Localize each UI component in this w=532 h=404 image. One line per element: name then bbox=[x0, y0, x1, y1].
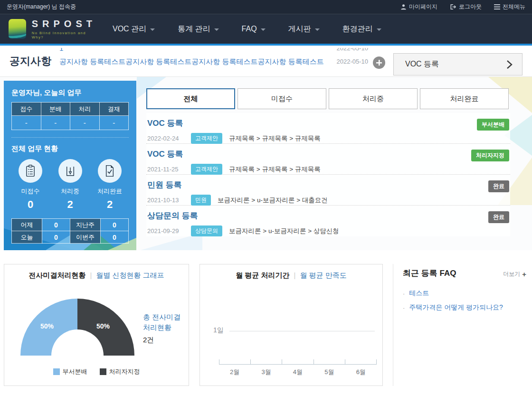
stat-unreceived[interactable]: 미접수 0 bbox=[13, 159, 48, 211]
label-lastweek: 지난주 bbox=[70, 219, 100, 231]
menu-environment[interactable]: 환경관리 bbox=[331, 14, 393, 44]
faq-more-button[interactable]: 더보기+ bbox=[503, 270, 526, 278]
label-yesterday: 어제 bbox=[12, 219, 42, 231]
tab-completed[interactable]: 처리완료 bbox=[420, 88, 509, 109]
voc-item-path: 보금자리론 > u-보금자리론 > 상담신청 bbox=[229, 227, 339, 235]
today-task-table: 접수 분배 처리 결재 - - - - bbox=[11, 102, 129, 130]
x-axis-tick bbox=[314, 359, 314, 364]
category-badge: 상담문의 bbox=[191, 225, 222, 236]
notice-marquee: 1 2022-05-10 공지사항 등록테스트공지사항 등록테스트공지사항 등록… bbox=[59, 48, 368, 76]
chevron-down-icon bbox=[214, 28, 219, 31]
logo[interactable]: SRPOST No Blind Innovation and Why? bbox=[9, 19, 96, 39]
clipboard-icon bbox=[24, 164, 37, 178]
voc-list-item[interactable]: 민원 등록 2021-10-13 민원 보금자리론 > u-보금자리론 > 대출… bbox=[146, 175, 510, 206]
logo-name: SRPOST bbox=[32, 19, 96, 29]
divider bbox=[11, 137, 129, 138]
chevron-right-icon bbox=[506, 60, 513, 69]
status-badge: 부서분배 bbox=[477, 119, 509, 131]
chevron-down-icon bbox=[150, 28, 155, 31]
bullet-icon: · bbox=[403, 304, 405, 311]
stat-completed[interactable]: 처리완료 2 bbox=[93, 159, 127, 211]
tab-all[interactable]: 전체 bbox=[146, 88, 235, 109]
satisfaction-link[interactable]: 월 평균 만족도 bbox=[300, 271, 346, 279]
tab-processing[interactable]: 처리중 bbox=[329, 88, 418, 109]
menu-board[interactable]: 게시판 bbox=[277, 14, 331, 44]
category-badge: 고객제안 bbox=[191, 164, 222, 175]
menu-statistics[interactable]: 통계 관리 bbox=[166, 14, 230, 44]
voc-list-item[interactable]: VOC 등록 2022-02-24 고객제안 규제목록 > 규제목록 > 규제목… bbox=[146, 113, 510, 144]
logout-icon bbox=[450, 4, 456, 10]
tab-unreceived[interactable]: 미접수 bbox=[238, 88, 326, 109]
value-lastweek: 0 bbox=[100, 219, 128, 231]
chart-gridline bbox=[229, 331, 375, 331]
legend-swatch bbox=[100, 368, 106, 375]
notice-more-button[interactable] bbox=[373, 56, 385, 69]
plus-icon: + bbox=[522, 270, 526, 278]
logo-icon bbox=[9, 19, 26, 39]
val-approval: - bbox=[99, 116, 129, 130]
status-badge: 완료 bbox=[488, 180, 509, 192]
x-axis-labels: 2월 3월 4월 5월 6월 bbox=[219, 368, 377, 376]
menu-faq[interactable]: FAQ bbox=[230, 14, 277, 44]
donut-right-percent: 50% bbox=[96, 322, 110, 330]
voc-list-item[interactable]: 상담문의 등록 2021-09-29 상담문의 보금자리론 > u-보금자리론 … bbox=[146, 206, 510, 236]
status-badge: 처리자지정 bbox=[471, 150, 509, 161]
logout-link[interactable]: 로그아웃 bbox=[450, 3, 482, 11]
voc-list-item[interactable]: VOC 등록 2021-11-25 고객제안 규제목록 > 규제목록 > 규제목… bbox=[146, 144, 510, 175]
chevron-down-icon bbox=[315, 28, 320, 31]
donut-left-percent: 50% bbox=[40, 322, 54, 330]
val-receipt: - bbox=[12, 116, 41, 130]
period-card-title: 월 평균 처리기간 bbox=[236, 271, 289, 279]
col-approval: 결재 bbox=[99, 103, 129, 116]
today-work-panel: 운영자님, 오늘의 업무 접수 분배 처리 결재 - - - - bbox=[4, 81, 136, 250]
chevron-down-icon bbox=[377, 28, 381, 31]
main-menu: VOC 관리 통계 관리 FAQ 게시판 환경관리 bbox=[101, 14, 393, 44]
all-menu-link[interactable]: 전체메뉴 bbox=[494, 3, 525, 11]
x-axis-line bbox=[219, 364, 377, 365]
x-axis-tick bbox=[282, 359, 282, 364]
legend-swatch bbox=[53, 368, 60, 375]
x-axis-tick bbox=[376, 359, 377, 364]
faq-item[interactable]: · 주택가격은 어떻게 평가되나요? bbox=[403, 303, 526, 312]
voc-item-title[interactable]: 민원 등록 bbox=[147, 179, 508, 190]
menu-voc-management[interactable]: VOC 관리 bbox=[101, 14, 166, 44]
bullet-icon: · bbox=[403, 290, 405, 297]
monthly-graph-link[interactable]: 월별 신청현황 그래프 bbox=[96, 271, 164, 279]
voc-item-title[interactable]: VOC 등록 bbox=[147, 149, 508, 160]
category-badge: 고객제안 bbox=[191, 133, 222, 144]
top-bar: 운영자(manager) 님 접속중 마이페이지 로그아웃 전체메뉴 bbox=[0, 0, 532, 14]
faq-item[interactable]: · 테스트 bbox=[403, 289, 526, 298]
pending-card-title: 전사미결처리현황 bbox=[28, 271, 86, 279]
stat-processing[interactable]: 처리중 2 bbox=[53, 159, 87, 211]
x-axis-tick bbox=[345, 359, 345, 364]
pending-count: 2건 bbox=[143, 335, 180, 345]
voc-item-title[interactable]: VOC 등록 bbox=[147, 118, 508, 129]
voc-item-date: 2022-02-24 bbox=[147, 135, 191, 142]
label-thisweek: 이번주 bbox=[70, 231, 100, 244]
overall-stats: 미접수 0 처리중 2 bbox=[11, 159, 129, 211]
voc-item-path: 규제목록 > 규제목록 > 규제목록 bbox=[229, 165, 321, 174]
notice-bar: 공지사항 1 2022-05-10 공지사항 등록테스트공지사항 등록테스트공지… bbox=[0, 47, 532, 77]
pending-summary: 총 전사미결 처리현황 2건 bbox=[143, 312, 180, 345]
voc-register-button[interactable]: VOC 등록 bbox=[393, 53, 522, 75]
val-processing: - bbox=[70, 116, 100, 130]
notice-row[interactable]: 1 2022-05-10 bbox=[59, 48, 368, 55]
login-status: 운영자(manager) 님 접속중 bbox=[7, 3, 76, 11]
col-distribution: 분배 bbox=[41, 103, 70, 116]
voc-item-date: 2021-10-13 bbox=[147, 197, 191, 204]
donut-legend: 부서분배 처리자지정 bbox=[4, 367, 189, 376]
col-processing: 처리 bbox=[70, 103, 100, 116]
val-distribution: - bbox=[41, 116, 70, 130]
notice-row[interactable]: 공지사항 등록테스트공지사항 등록테스트공지사항 등록테스트공지사항 등록테스트… bbox=[59, 55, 368, 68]
chevron-down-icon bbox=[261, 28, 266, 31]
category-badge: 민원 bbox=[191, 195, 211, 206]
value-today: 0 bbox=[42, 231, 70, 244]
logo-tagline: No Blind Innovation and Why? bbox=[32, 31, 96, 39]
pending-status-card: 전사미결처리현황|월별 신청현황 그래프 50% 50% 총 전사미결 처리현황… bbox=[4, 264, 189, 386]
voc-item-title[interactable]: 상담문의 등록 bbox=[147, 210, 508, 221]
dashboard-band: 운영자님, 오늘의 업무 접수 분배 처리 결재 - - - - bbox=[0, 77, 532, 250]
voc-dashboard: 운영자(manager) 님 접속중 마이페이지 로그아웃 전체메뉴 SRPOS… bbox=[0, 0, 532, 404]
notice-title: 공지사항 bbox=[10, 54, 51, 68]
mypage-link[interactable]: 마이페이지 bbox=[400, 3, 437, 11]
voc-item-date: 2021-09-29 bbox=[147, 227, 191, 235]
